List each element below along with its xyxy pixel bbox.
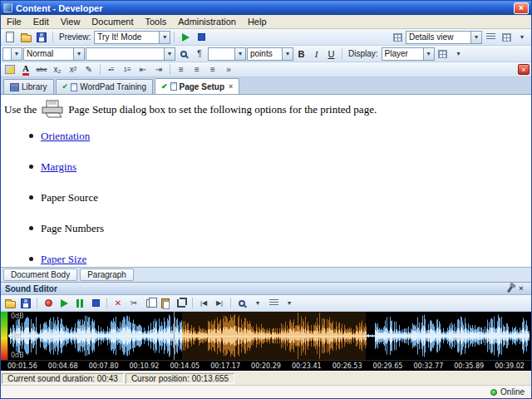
subscript-icon[interactable]: x₂ bbox=[50, 63, 65, 76]
stop-icon[interactable] bbox=[88, 297, 103, 310]
highlight-icon[interactable] bbox=[2, 63, 17, 76]
display-label: Display: bbox=[346, 49, 381, 58]
close-panel-icon[interactable]: × bbox=[515, 283, 527, 293]
menu-help[interactable]: Help bbox=[242, 16, 273, 27]
align-left-icon[interactable]: ≡ bbox=[174, 63, 189, 76]
font-size-select[interactable]: ▾ bbox=[208, 47, 246, 61]
new-document-icon[interactable] bbox=[2, 31, 17, 44]
play-icon[interactable] bbox=[57, 297, 71, 310]
view-mode-select[interactable]: Details view ▾ bbox=[406, 31, 482, 44]
numbered-list-icon[interactable]: 1≡ bbox=[120, 63, 135, 76]
online-status-icon bbox=[490, 389, 497, 396]
menu-file[interactable]: File bbox=[1, 16, 27, 27]
bold-button[interactable]: B bbox=[294, 47, 308, 61]
intro-paragraph: Use the Page Setup dialog box to set the… bbox=[4, 100, 523, 118]
list-view-icon[interactable] bbox=[483, 31, 498, 44]
preview-play-icon[interactable] bbox=[178, 31, 193, 44]
zoom-select[interactable]: ▾ bbox=[2, 47, 22, 61]
tab-library[interactable]: Library bbox=[3, 79, 54, 94]
chevron-down-icon[interactable]: ▾ bbox=[11, 48, 22, 60]
tab-label: WordPad Training bbox=[80, 82, 146, 91]
paste-icon[interactable] bbox=[158, 297, 173, 310]
size-unit-select[interactable]: points ▾ bbox=[247, 47, 293, 61]
waveform-options-icon[interactable] bbox=[266, 297, 281, 310]
menu-administration[interactable]: Administration bbox=[172, 16, 242, 27]
copy-icon[interactable] bbox=[142, 297, 157, 310]
goto-end-icon[interactable]: ▶| bbox=[212, 297, 227, 310]
font-family-select[interactable]: ▾ bbox=[86, 47, 175, 61]
separator bbox=[230, 298, 231, 308]
paragraph-style-select[interactable]: Normal ▾ bbox=[23, 47, 85, 61]
paper-size-link[interactable]: Paper Size bbox=[41, 253, 86, 265]
timeline-ruler[interactable]: 00:01.56 00:04.68 00:07.80 00:10.92 00:1… bbox=[1, 360, 531, 371]
stop-preview-icon[interactable] bbox=[194, 31, 209, 44]
waveform-display[interactable] bbox=[8, 312, 530, 360]
chevron-down-icon[interactable]: ▾ bbox=[423, 48, 434, 60]
italic-button[interactable]: I bbox=[309, 47, 323, 61]
menu-tools[interactable]: Tools bbox=[140, 16, 173, 27]
align-right-icon[interactable]: ≡ bbox=[205, 63, 220, 76]
find-icon[interactable] bbox=[176, 47, 191, 61]
window-close-button[interactable]: × bbox=[514, 2, 529, 14]
strikethrough-icon[interactable]: abc bbox=[34, 63, 49, 76]
title-bar: Content - Developer × bbox=[1, 1, 531, 15]
cut-icon[interactable]: ✂ bbox=[126, 297, 141, 310]
delete-icon[interactable]: ✕ bbox=[111, 297, 126, 310]
display-options-icon[interactable]: ▾ bbox=[451, 47, 466, 61]
separator bbox=[192, 298, 193, 308]
sound-editor-title: Sound Editor bbox=[5, 284, 57, 293]
pod-close-button[interactable]: × bbox=[518, 64, 530, 75]
check-icon: ✔ bbox=[161, 83, 168, 91]
open-audio-icon[interactable] bbox=[2, 297, 17, 310]
more-options-icon[interactable]: ▾ bbox=[515, 31, 530, 44]
crop-icon[interactable] bbox=[174, 297, 189, 310]
menu-document[interactable]: Document bbox=[86, 16, 139, 27]
details-view-icon[interactable] bbox=[499, 31, 514, 44]
save-audio-icon[interactable] bbox=[18, 297, 33, 310]
open-icon[interactable] bbox=[18, 31, 33, 44]
bullet-list-icon[interactable]: •≡ bbox=[104, 63, 119, 76]
duration-status: Current sound duration: 00:43 bbox=[2, 373, 124, 384]
view-grid-icon[interactable] bbox=[390, 31, 405, 44]
menu-view[interactable]: View bbox=[55, 16, 86, 27]
check-icon: ✔ bbox=[62, 83, 69, 91]
orientation-link[interactable]: Orientation bbox=[41, 130, 90, 142]
save-icon[interactable] bbox=[34, 31, 49, 44]
edit-style-icon[interactable]: ✎ bbox=[81, 63, 96, 76]
font-color-icon[interactable]: A bbox=[18, 63, 33, 76]
zoom-options-icon[interactable]: ▾ bbox=[250, 297, 265, 310]
chevron-down-icon[interactable]: ▾ bbox=[164, 48, 175, 60]
underline-button[interactable]: U bbox=[324, 47, 338, 61]
margins-link[interactable]: Margins bbox=[41, 160, 76, 173]
chevron-down-icon[interactable]: ▾ bbox=[234, 48, 245, 60]
tab-paragraph[interactable]: Paragraph bbox=[80, 268, 134, 281]
tab-close-icon[interactable]: × bbox=[229, 82, 233, 91]
more-commands-icon[interactable]: » bbox=[221, 63, 236, 76]
pause-icon[interactable] bbox=[72, 297, 87, 310]
menu-edit[interactable]: Edit bbox=[27, 16, 55, 27]
pin-icon[interactable] bbox=[504, 283, 515, 293]
goto-start-icon[interactable]: |◀ bbox=[196, 297, 211, 310]
tab-wordpad-training[interactable]: ✔ WordPad Training bbox=[56, 79, 153, 94]
superscript-icon[interactable]: x² bbox=[66, 63, 81, 76]
paragraph-marks-icon[interactable]: ¶ bbox=[192, 47, 207, 61]
chevron-down-icon[interactable]: ▾ bbox=[159, 32, 170, 43]
separator bbox=[37, 298, 37, 308]
tab-page-setup[interactable]: ✔ Page Setup × bbox=[155, 78, 239, 94]
timeline-label: 00:14.05 bbox=[170, 362, 200, 370]
chevron-down-icon[interactable]: ▾ bbox=[470, 32, 481, 43]
document-editor[interactable]: Use the Page Setup dialog box to set the… bbox=[1, 95, 531, 267]
zoom-icon[interactable] bbox=[234, 297, 249, 310]
record-icon[interactable] bbox=[41, 297, 56, 310]
chevron-down-icon[interactable]: ▾ bbox=[282, 48, 293, 60]
chevron-down-icon[interactable]: ▾ bbox=[73, 48, 84, 60]
more-audio-options-icon[interactable]: ▾ bbox=[282, 297, 297, 310]
display-grid-icon[interactable] bbox=[436, 47, 451, 61]
indent-icon[interactable]: ⇥ bbox=[151, 63, 166, 76]
outdent-icon[interactable]: ⇤ bbox=[135, 63, 150, 76]
display-select[interactable]: Player ▾ bbox=[382, 47, 435, 61]
timeline-label: 00:07.80 bbox=[89, 362, 119, 370]
align-center-icon[interactable]: ≡ bbox=[190, 63, 204, 76]
tab-document-body[interactable]: Document Body bbox=[3, 268, 77, 281]
preview-mode-select[interactable]: Try It! Mode ▾ bbox=[94, 31, 170, 44]
